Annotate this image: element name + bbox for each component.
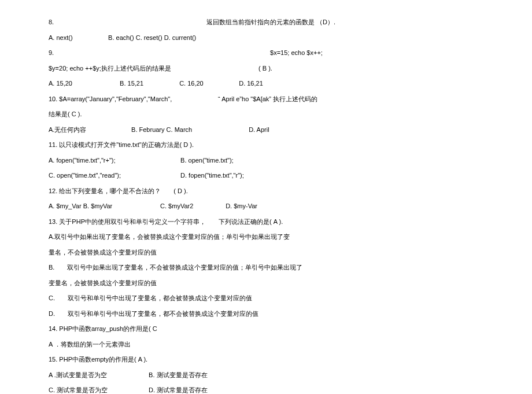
q13-stem: 13. 关于PHP中的使用双引号和单引号定义一个字符串， 下列说法正确的是( A… [49, 217, 483, 227]
q9-optB: B. 15,21 [120, 79, 178, 89]
q9-number: 9. [49, 48, 268, 58]
q13-optA-line1: A.双引号中如果出现了变量名，会被替换成这个变量对应的值；单引号中如果出现了变 [49, 232, 483, 242]
q10-optA: A.无任何内容 [49, 125, 130, 135]
q10-result: 结果是( C ). [49, 109, 82, 119]
q10-row2: 结果是( C ). [49, 109, 483, 119]
q12-optD: D. $my-Var [226, 201, 257, 211]
q15-optA: A .测试变量是否为空 [49, 370, 147, 380]
q13-optB-line1: B. 双引号中如果出现了变量名，不会被替换成这个变量对应的值；单引号中如果出现了 [49, 263, 483, 273]
q13-optD: D. 双引号和单引号中出现了变量名，都不会被替换成这个变量对应的值 [49, 309, 483, 319]
q11-optrow2: C. open("time.txt","read"); D. fopen("ti… [49, 171, 483, 181]
q8-optA: A. next() [49, 33, 106, 43]
q15-optrow2: C. 测试常量是否为空 D. 测试常量是否存在 [49, 385, 483, 394]
q12-stem: 12. 给出下列变量名，哪个是不合法的？ ( D ). [49, 186, 483, 196]
q12-optC: C. $myVar2 [160, 201, 224, 211]
q15-stem: 15. PHP中函数empty的作用是( A ). [49, 355, 483, 364]
document-page: 8. 返回数组当前指针指向的元素的函数是 （D）. A. next() B. e… [0, 0, 532, 394]
q10-row1: 10. $A=array("January","February","March… [49, 94, 483, 104]
q15-optD: D. 测试常量是否存在 [149, 385, 208, 394]
q13-optB-line2: 变量名，会被替换成这个变量对应的值 [49, 278, 483, 288]
q8-stem-row: 8. 返回数组当前指针指向的元素的函数是 （D）. [49, 17, 483, 27]
q14-stem: 14. PHP中函数array_push的作用是( C [49, 324, 483, 334]
q10-optD: D. April [249, 125, 269, 135]
q11-optB: B. open("time.txt"); [180, 156, 234, 165]
q11-optrow1: A. fopen("time.txt","r+"); B. open("time… [49, 156, 483, 165]
q12-optAB: A. $my_Var B. $myVar [49, 201, 158, 211]
q9-row1: 9. $x=15; echo $x++; [49, 48, 483, 58]
q9-optC: C. 16,20 [179, 79, 237, 89]
q12-options-row: A. $my_Var B. $myVar C. $myVar2 D. $my-V… [49, 201, 483, 211]
q11-optA: A. fopen("time.txt","r+"); [49, 156, 179, 165]
q11-stem: 11. 以只读模式打开文件"time.txt"的正确方法是( D ). [49, 140, 483, 150]
q15-optC: C. 测试常量是否为空 [49, 385, 147, 394]
q9-answer: ( B ). [258, 64, 272, 73]
q15-optB: B. 测试变量是否存在 [149, 370, 207, 380]
q11-optC: C. open("time.txt","read"); [49, 171, 179, 181]
q10-row1a: 10. $A=array("January","February","March… [49, 94, 216, 104]
q9-optA: A. 15,20 [49, 79, 118, 89]
q13-optC: C. 双引号和单引号中出现了变量名，都会被替换成这个变量对应的值 [49, 293, 483, 303]
q8-optBCD: B. each() C. reset() D. current() [108, 33, 196, 43]
q10-options-row: A.无任何内容 B. February C. March D. April [49, 125, 483, 135]
q14-optA: A ．将数组的第一个元素弹出 [49, 340, 483, 349]
q15-optrow1: A .测试变量是否为空 B. 测试变量是否存在 [49, 370, 483, 380]
q8-stem: 返回数组当前指针指向的元素的函数是 （D）. [206, 17, 335, 27]
q9-stem2: $y=20; echo ++$y;执行上述代码后的结果是 [49, 64, 257, 73]
q11-optD: D. fopen("time.txt","r"); [180, 171, 244, 181]
q8-number: 8. [49, 17, 205, 27]
q9-row2: $y=20; echo ++$y;执行上述代码后的结果是 ( B ). [49, 64, 483, 73]
q9-code-right: $x=15; echo $x++; [270, 48, 323, 58]
q10-optBC: B. February C. March [131, 125, 247, 135]
q13-optA-line2: 量名，不会被替换成这个变量对应的值 [49, 248, 483, 257]
q9-options-row: A. 15,20 B. 15,21 C. 16,20 D. 16,21 [49, 79, 483, 89]
q8-options-row: A. next() B. each() C. reset() D. curren… [49, 33, 483, 43]
q9-optD: D. 16,21 [239, 79, 263, 89]
q10-row1b: “ April e”ho "$A[ak” 执行上述代码的 [218, 94, 317, 104]
